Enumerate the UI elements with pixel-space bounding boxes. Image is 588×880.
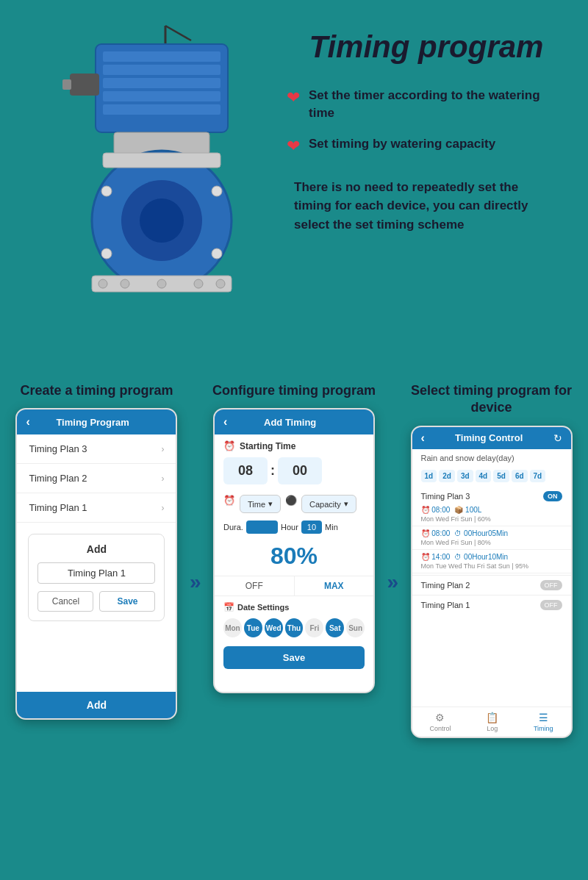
svg-rect-4 xyxy=(103,65,220,75)
step-1-title: Create a timing program xyxy=(20,382,173,399)
cancel-button[interactable]: Cancel xyxy=(37,591,93,612)
double-arrow-1: » xyxy=(190,570,201,594)
footer-log-label: Log xyxy=(487,725,498,732)
timing-icon: ☰ xyxy=(539,712,548,723)
footer-tab-log[interactable]: 📋 Log xyxy=(486,712,498,732)
day-wed[interactable]: Wed xyxy=(265,618,283,637)
footer-control-label: Control xyxy=(429,725,451,732)
day-tab-2d[interactable]: 2d xyxy=(439,470,455,482)
days-row: Mon Tue Wed Thu Fri Sat Sun xyxy=(215,615,373,640)
dropdown-chevron-1: ▾ xyxy=(268,499,273,509)
arrow-icon-1: › xyxy=(161,444,164,454)
plan1-label: Timing Plan 1 xyxy=(421,601,470,609)
max-button[interactable]: MAX xyxy=(294,576,374,595)
dropdown-chevron-2: ▾ xyxy=(344,499,348,509)
phone-3-footer: ⚙ Control 📋 Log ☰ Timing xyxy=(412,706,571,737)
phone-2-mockup: ‹ Add Timing ⏰ Starting Time 08 : 00 xyxy=(213,408,375,693)
day-tab-6d[interactable]: 6d xyxy=(512,470,528,482)
product-image xyxy=(29,22,265,301)
day-thu[interactable]: Thu xyxy=(285,618,304,637)
schedule-item-3: ⏰ 14:00 ⏱ 00Hour10Min Mon Tue Wed Thu Fr… xyxy=(412,551,571,573)
phone-1-body: Timing Plan 3 › Timing Plan 2 › Timing P… xyxy=(17,434,176,692)
svg-point-21 xyxy=(101,186,112,196)
phone-1-header: ‹ Timing Program xyxy=(17,409,176,434)
day-tab-5d[interactable]: 5d xyxy=(493,470,509,482)
step-1-column: Create a timing program ‹ Timing Program… xyxy=(11,382,182,738)
time-display: 08 : 00 xyxy=(215,457,373,490)
svg-point-17 xyxy=(121,279,129,288)
step-3-title: Select timing program for device xyxy=(406,382,577,417)
day-fri[interactable]: Fri xyxy=(305,618,323,637)
svg-rect-9 xyxy=(62,79,71,90)
arrow-icon-3: › xyxy=(161,503,164,513)
phone-2-header: ‹ Add Timing xyxy=(215,409,373,434)
refresh-icon[interactable]: ↻ xyxy=(553,432,562,444)
time-colon: : xyxy=(270,463,275,479)
schedule-item-1-title: ⏰ 08:00 📦 100L xyxy=(421,506,562,514)
right-content: Timing program ❤ Set the timer according… xyxy=(272,22,566,234)
time-hour[interactable]: 08 xyxy=(223,457,268,484)
day-sat[interactable]: Sat xyxy=(326,618,344,637)
plan2-label: Timing Plan 2 xyxy=(421,581,470,590)
percentage-display: 80% xyxy=(215,537,373,576)
arrow-1-container: » xyxy=(190,382,201,738)
plan1-toggle[interactable]: OFF xyxy=(540,600,562,610)
footer-tab-control[interactable]: ⚙ Control xyxy=(429,712,451,732)
phone-3-body: Rain and snow delay(day) 1d 2d 3d 4d 5d … xyxy=(412,449,571,706)
divider-2 xyxy=(412,595,571,595)
plan1-header: Timing Plan 1 OFF xyxy=(412,597,571,613)
svg-point-13 xyxy=(140,198,184,243)
day-tab-4d[interactable]: 4d xyxy=(476,470,492,482)
plan3-toggle[interactable]: ON xyxy=(543,491,562,501)
phone-3-back-icon[interactable]: ‹ xyxy=(421,432,425,445)
phone-1-footer-add[interactable]: Add xyxy=(17,692,176,718)
add-dialog-input[interactable]: Timing Plan 1 xyxy=(37,562,155,584)
feature-list: ❤ Set the timer according to the waterin… xyxy=(287,87,566,156)
save-button[interactable]: Save xyxy=(99,591,155,612)
svg-point-24 xyxy=(212,248,222,259)
plan2-toggle[interactable]: OFF xyxy=(540,580,562,590)
footer-tab-timing[interactable]: ☰ Timing xyxy=(534,712,553,732)
day-mon[interactable]: Mon xyxy=(223,618,242,637)
day-tue[interactable]: Tue xyxy=(244,618,262,637)
list-item-plan3[interactable]: Timing Plan 3 › xyxy=(17,434,176,464)
date-settings-row: 📅 Date Settings xyxy=(215,596,373,615)
date-settings-label: Date Settings xyxy=(237,603,289,612)
svg-rect-3 xyxy=(103,51,220,62)
off-max-row: OFF MAX xyxy=(215,576,373,596)
phone-2-back-icon[interactable]: ‹ xyxy=(223,415,227,429)
page-title: Timing program xyxy=(287,29,566,65)
dura-blue-bar xyxy=(246,521,278,534)
svg-line-1 xyxy=(165,26,191,40)
schedule-item-1: ⏰ 08:00 📦 100L Mon Wed Fri Sun | 60% xyxy=(412,504,571,526)
day-tab-1d[interactable]: 1d xyxy=(421,470,437,482)
svg-point-23 xyxy=(101,248,112,259)
svg-point-19 xyxy=(194,279,203,288)
list-item-plan1[interactable]: Timing Plan 1 › xyxy=(17,493,176,523)
day-sun[interactable]: Sun xyxy=(346,618,365,637)
schedule-item-3-meta: Mon Tue Wed Thu Fri Sat Sun | 95% xyxy=(421,562,562,570)
day-tab-7d[interactable]: 7d xyxy=(530,470,546,482)
dura-label: Dura. xyxy=(223,523,243,532)
step-2-title: Configure timing program xyxy=(212,382,376,399)
rain-delay-label: Rain and snow delay(day) xyxy=(412,449,571,467)
off-button[interactable]: OFF xyxy=(215,576,294,595)
min-label: Min xyxy=(325,523,338,532)
phone-1-back-icon[interactable]: ‹ xyxy=(26,415,29,429)
step-3-column: Select timing program for device ‹ Timin… xyxy=(406,382,577,738)
starting-time-row: ⏰ Starting Time xyxy=(215,434,373,457)
phone-1-mockup: ‹ Timing Program Timing Plan 3 › Timing … xyxy=(15,408,177,720)
time-dropdown[interactable]: Time ▾ xyxy=(240,495,281,513)
phone-2-save-button[interactable]: Save xyxy=(223,646,365,669)
capacity-dropdown[interactable]: Capacity ▾ xyxy=(301,495,356,513)
double-arrow-2: » xyxy=(387,570,398,594)
min-num[interactable]: 10 xyxy=(301,521,322,534)
svg-point-16 xyxy=(98,279,107,288)
day-tab-3d[interactable]: 3d xyxy=(457,470,473,482)
svg-rect-8 xyxy=(70,74,99,96)
phone-2-header-title: Add Timing xyxy=(233,417,347,428)
list-item-plan2[interactable]: Timing Plan 2 › xyxy=(17,464,176,493)
time-min[interactable]: 00 xyxy=(278,457,322,484)
phone-1-header-title: Timing Program xyxy=(36,417,150,428)
svg-rect-6 xyxy=(103,91,220,101)
